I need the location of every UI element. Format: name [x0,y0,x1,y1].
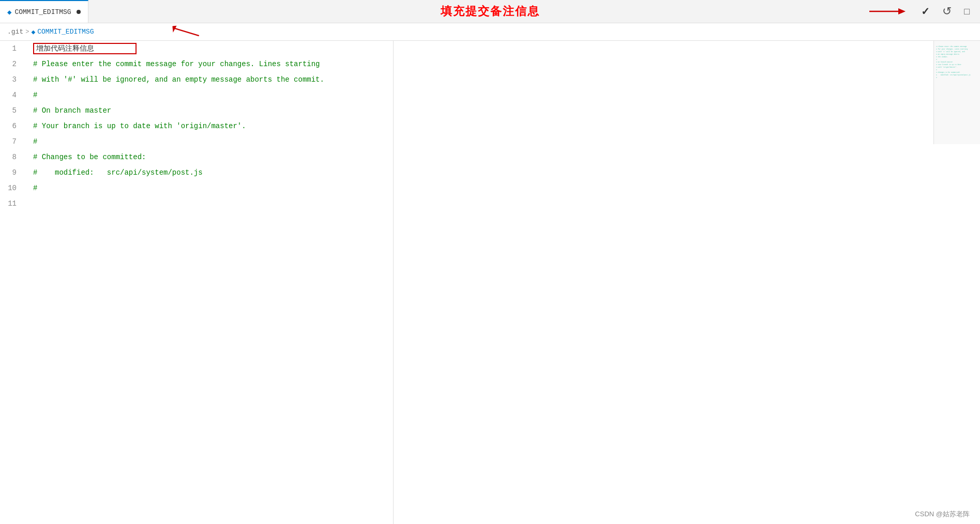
code-line-6: # Your branch is up to date with 'origin… [31,118,980,134]
line-num-5: 5 [0,103,23,118]
line-num-11: 11 [0,196,23,211]
code-line-2: # Please enter the commit message for yo… [31,56,980,72]
code-line-9: # modified: src/api/system/post.js [31,165,980,180]
svg-marker-1 [898,8,906,14]
tab-bar: ◆ COMMIT_EDITMSG 填充提交备注信息 ✓ ↺ □ [0,0,980,23]
minimap-content: # Please enter the commit message # for … [934,41,980,84]
line-num-2: 2 [0,56,23,72]
line-numbers: 1 2 3 4 5 6 7 8 9 10 11 [0,41,31,524]
toolbar-right: ✓ ↺ □ [869,4,972,19]
undo-button[interactable]: ↺ [940,4,954,19]
line-num-8: 8 [0,149,23,165]
arrow-annotation [869,5,911,18]
line-num-9: 9 [0,165,23,180]
unsaved-dot [77,10,81,14]
code-line-4: # [31,87,980,103]
breadcrumb-git: .git [7,28,23,36]
line-num-7: 7 [0,134,23,149]
code-area: # Please enter the commit message for yo… [31,41,980,524]
tab-label: COMMIT_EDITMSG [14,8,71,16]
breadcrumb-file: ◆ COMMIT_EDITMSG [31,28,94,36]
breadcrumb-sep1: > [25,28,29,36]
line-num-4: 4 [0,87,23,103]
code-line-10: # [31,180,980,196]
vertical-divider [393,41,394,524]
code-line-8: # Changes to be committed: [31,149,980,165]
breadcrumb-icon: ◆ [31,28,35,36]
breadcrumb-filename: COMMIT_EDITMSG [37,28,94,36]
commit-message-input[interactable] [33,43,137,54]
code-line-1[interactable] [31,41,980,56]
code-line-11 [31,196,980,211]
editor-body: 1 2 3 4 5 6 7 8 9 10 11 # Please enter t… [0,41,980,524]
maximize-button[interactable]: □ [962,5,972,18]
code-line-7: # [31,134,980,149]
watermark: CSDN @姑苏老阵 [915,510,970,519]
breadcrumb: .git > ◆ COMMIT_EDITMSG [0,23,980,41]
line-num-10: 10 [0,180,23,196]
minimap: # Please enter the commit message # for … [933,41,980,144]
line-num-6: 6 [0,118,23,134]
editor-wrapper: .git > ◆ COMMIT_EDITMSG 1 2 3 4 5 6 7 8 … [0,23,980,524]
git-icon: ◆ [7,8,11,17]
line-num-3: 3 [0,72,23,87]
title-annotation: 填充提交备注信息 [441,4,540,19]
svg-line-2 [174,21,199,43]
code-line-3: # with '#' will be ignored, and an empty… [31,72,980,87]
tab-commit-editmsg[interactable]: ◆ COMMIT_EDITMSG [0,0,88,23]
confirm-button[interactable]: ✓ [919,4,932,19]
code-line-5: # On branch master [31,103,980,118]
line-num-1: 1 [0,41,23,56]
